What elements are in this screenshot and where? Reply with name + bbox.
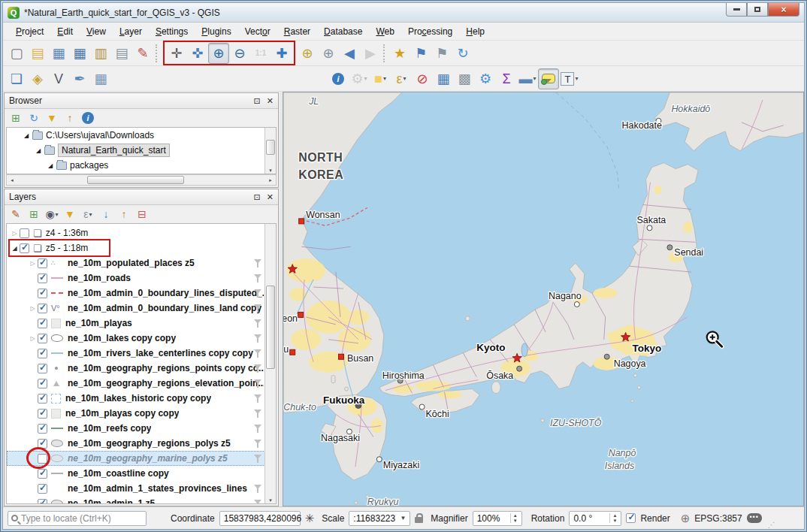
style-manager-button[interactable]: ✎ xyxy=(132,43,153,64)
layer-row-ne-10m-playas-copy-copy[interactable]: ne_10m_playas copy copy xyxy=(7,406,276,421)
deselect-features-button[interactable]: ⊘ xyxy=(412,68,433,89)
zoom-full-button[interactable]: ✚ xyxy=(271,43,292,64)
layer-row-z4-1-36m[interactable]: ▷❏z4 - 1:36m xyxy=(7,225,276,240)
filter-indicator-icon[interactable] xyxy=(254,410,262,418)
pan-to-selection-button[interactable]: ✜ xyxy=(187,43,208,64)
processing-toolbox-button[interactable]: ⚙ xyxy=(475,68,496,89)
filter-indicator-icon[interactable] xyxy=(254,259,262,268)
browser-item-natural-earth-quick-start[interactable]: ◢Natural_Earth_quick_start xyxy=(7,143,276,158)
close-panel-icon[interactable]: ✕ xyxy=(267,193,274,201)
layer-visibility-checkbox[interactable] xyxy=(38,409,47,419)
select-by-expression-button[interactable]: ε▾ xyxy=(391,68,412,89)
open-layer-styling-panel-button[interactable]: ✎ xyxy=(8,206,24,222)
title-bar[interactable]: Q *Natural_Earth_quick_start_for_QGIS_v3… xyxy=(3,3,804,23)
filter-indicator-icon[interactable] xyxy=(254,319,262,328)
layer-visibility-checkbox[interactable] xyxy=(38,499,47,505)
show-spatial-bookmarks-button[interactable]: ⚑ xyxy=(410,43,431,64)
layer-row-ne-10m-reefs-copy[interactable]: ne_10m_reefs copy xyxy=(7,421,276,436)
new-project-button[interactable]: ▢ xyxy=(6,43,27,64)
zoom-next-button[interactable]: ▶ xyxy=(360,43,381,64)
select-features-button[interactable]: ■▾ xyxy=(370,68,391,89)
spinner-icon[interactable]: ▲▼ xyxy=(510,513,518,523)
browser-item-c-users-ujaval-downloads[interactable]: ◢C:\Users\ujaval\Downloads xyxy=(7,128,276,143)
filter-indicator-icon[interactable] xyxy=(254,274,262,283)
menu-layer[interactable]: Layer xyxy=(113,24,149,39)
layer-visibility-checkbox[interactable] xyxy=(38,258,47,268)
layer-row-ne-10m-admin-0-boundary-lines-land-copy[interactable]: ▷V°ne_10m_admin_0_boundary_lines_land co… xyxy=(7,301,276,316)
magnifier-input[interactable]: 100% ▲▼ xyxy=(473,511,522,526)
open-field-calculator-button[interactable]: ▩ xyxy=(454,68,475,89)
layer-visibility-checkbox[interactable] xyxy=(38,469,47,479)
map-canvas[interactable]: JLHokkaidōHakodateNORTHKOREAWonsanSakata… xyxy=(283,92,804,506)
epsg-status[interactable]: EPSG:3857 xyxy=(694,513,742,524)
zoom-in-button[interactable]: ⊕ xyxy=(208,43,229,64)
refresh-browser-button[interactable]: ↻ xyxy=(26,110,42,126)
filter-legend-by-expression-button[interactable]: ε▾ xyxy=(80,206,96,222)
layer-row-ne-10m-admin-1-z5[interactable]: ne_10m_admin_1 z5 xyxy=(7,496,276,504)
zoom-to-layer-button[interactable]: ⊕ xyxy=(297,43,318,64)
dropdown-arrow-icon[interactable]: ▾ xyxy=(533,75,536,82)
collapse-all-browser-button[interactable]: ↑ xyxy=(62,110,78,126)
manage-map-themes-button[interactable]: ◉▾ xyxy=(44,206,60,222)
messages-icon[interactable]: ••• xyxy=(747,513,762,523)
layer-row-ne-10m-populated-places-z5[interactable]: ▷∴ne_10m_populated_places z5 xyxy=(7,255,276,271)
scroll-left-icon[interactable]: ◂ xyxy=(7,176,17,184)
menu-help[interactable]: Help xyxy=(459,24,491,39)
layer-row-ne-10m-coastline-copy[interactable]: ne_10m_coastline copy xyxy=(7,466,276,481)
filter-legend-button[interactable]: ▼ xyxy=(62,206,78,222)
expand-icon[interactable]: ▷ xyxy=(28,260,38,267)
float-panel-icon[interactable]: ⊡ xyxy=(254,97,261,105)
open-project-button[interactable]: ▤ xyxy=(27,43,48,64)
open-attribute-table-button[interactable]: ▦ xyxy=(433,68,454,89)
run-feature-action-button[interactable]: ⚙▾ xyxy=(349,68,370,89)
expand-icon[interactable]: ◢ xyxy=(34,147,43,154)
rotation-input[interactable]: 0.0 ° ▲▼ xyxy=(569,511,621,526)
layer-visibility-checkbox[interactable] xyxy=(20,243,29,253)
close-button[interactable]: × xyxy=(768,3,799,17)
layer-visibility-checkbox[interactable] xyxy=(38,484,47,494)
layer-visibility-checkbox[interactable] xyxy=(38,379,47,388)
menu-database[interactable]: Database xyxy=(317,24,369,39)
menu-vector[interactable]: Vector xyxy=(238,24,277,39)
layer-row-ne-10m-geography-regions-polys-z5[interactable]: ne_10m_geography_regions_polys z5 xyxy=(7,436,276,451)
layer-row-ne-10m-playas[interactable]: ne_10m_playas xyxy=(7,316,276,331)
dropdown-arrow-icon[interactable]: ▾ xyxy=(575,75,578,82)
filter-indicator-icon[interactable] xyxy=(254,364,262,373)
layer-visibility-checkbox[interactable] xyxy=(38,349,47,358)
layer-row-ne-10m-lakes-copy-copy[interactable]: ▷ne_10m_lakes copy copy xyxy=(7,331,276,346)
zoom-native-button[interactable]: 1:1 xyxy=(250,43,271,64)
menu-edit[interactable]: Edit xyxy=(50,24,80,39)
add-selected-layer-button[interactable]: ⊞ xyxy=(8,110,24,126)
float-panel-icon[interactable]: ⊡ xyxy=(254,193,261,201)
save-project-button[interactable]: ▦ xyxy=(48,43,69,64)
expand-all-button[interactable]: ↓ xyxy=(98,206,114,222)
zoom-last-button[interactable]: ◀ xyxy=(339,43,360,64)
dropdown-arrow-icon[interactable]: ▾ xyxy=(383,75,386,82)
crs-globe-icon[interactable]: ⊕ xyxy=(681,512,691,525)
show-statistical-summary-button[interactable]: Σ xyxy=(496,68,517,89)
menu-view[interactable]: View xyxy=(80,24,113,39)
new-print-layout-button[interactable]: ▥ xyxy=(90,43,111,64)
menu-project[interactable]: Project xyxy=(9,24,50,39)
zoom-out-button[interactable]: ⊖ xyxy=(229,43,250,64)
layer-visibility-checkbox[interactable] xyxy=(38,304,47,313)
pan-map-button[interactable]: ✛ xyxy=(166,43,187,64)
scale-combobox[interactable]: :11683223▼ xyxy=(349,511,410,526)
layer-row-ne-10m-roads[interactable]: ne_10m_roads xyxy=(7,271,276,286)
show-bookmark-manager-button[interactable]: ⚑ xyxy=(431,43,452,64)
extents-toggle-icon[interactable]: ✳ xyxy=(305,512,315,525)
filter-indicator-icon[interactable] xyxy=(254,334,262,343)
layer-row-ne-10m-geography-marine-polys-z5[interactable]: ne_10m_geography_marine_polys z5 xyxy=(7,451,276,466)
menu-plugins[interactable]: Plugins xyxy=(195,24,237,39)
spinner-icon[interactable]: ▲▼ xyxy=(609,513,617,523)
layers-vscrollbar[interactable]: ▴ ▾ xyxy=(264,224,276,503)
browser-properties-button[interactable]: i xyxy=(80,110,96,126)
filter-indicator-icon[interactable] xyxy=(254,440,262,448)
new-shapefile-layer-button[interactable]: V xyxy=(48,68,69,89)
layer-row-ne-10m-geography-regions-elevation-poin-[interactable]: ne_10m_geography_regions_elevation_poin.… xyxy=(7,376,276,391)
layer-row-ne-10m-geography-regions-points-copy-co-[interactable]: ne_10m_geography_regions_points copy co.… xyxy=(7,361,276,376)
dropdown-arrow-icon[interactable]: ▾ xyxy=(89,211,92,218)
expand-icon[interactable]: ◢ xyxy=(22,132,31,139)
filter-indicator-icon[interactable] xyxy=(254,349,262,358)
show-layout-manager-button[interactable]: ▤ xyxy=(111,43,132,64)
